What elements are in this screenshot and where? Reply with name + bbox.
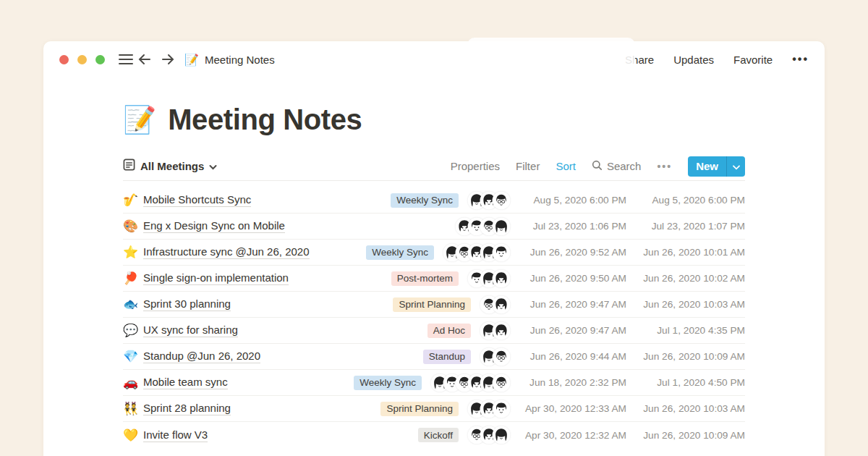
table-row: ⭐ Infrastructure sync @Jun 26, 2020 Week… bbox=[123, 240, 745, 266]
favorite-button[interactable]: Favorite bbox=[733, 54, 773, 66]
type-tag[interactable]: Weekly Sync bbox=[366, 245, 434, 260]
last-edited-date: Jul 1, 2020 4:50 PM bbox=[631, 377, 745, 388]
row-meta: Weekly Sync Aug 5, 2020 6:00 PM Aug 5, 2… bbox=[391, 193, 745, 208]
last-edited-date: Jul 1, 2020 4:35 PM bbox=[631, 325, 745, 336]
zoom-window-button[interactable] bbox=[95, 55, 105, 64]
arrow-right-icon bbox=[161, 54, 174, 65]
arrow-left-icon bbox=[138, 54, 151, 65]
new-dropdown-button[interactable] bbox=[726, 156, 745, 177]
row-page-icon: 🏓 bbox=[123, 272, 143, 284]
row-page-link[interactable]: Sprint 30 planning bbox=[143, 297, 231, 311]
search-label: Search bbox=[607, 160, 642, 172]
created-date: Apr 30, 2020 12:32 AM bbox=[516, 430, 626, 441]
row-page-link[interactable]: Invite flow V3 bbox=[143, 428, 208, 442]
view-switcher[interactable]: All Meetings bbox=[123, 159, 217, 174]
updates-button[interactable]: Updates bbox=[673, 54, 714, 66]
page-title: Meeting Notes bbox=[168, 104, 362, 136]
type-tag[interactable]: Sprint Planning bbox=[393, 297, 471, 312]
avatar bbox=[493, 245, 509, 261]
history-nav bbox=[135, 50, 177, 69]
view-name: All Meetings bbox=[140, 160, 204, 172]
title-cell: 👯 Sprint 28 planning bbox=[123, 402, 231, 415]
title-cell: ⭐ Infrastructure sync @Jun 26, 2020 bbox=[123, 245, 310, 259]
row-page-icon: 👯 bbox=[123, 402, 143, 415]
title-cell: 🐟 Sprint 30 planning bbox=[123, 297, 231, 311]
close-window-button[interactable] bbox=[59, 55, 69, 64]
search-icon bbox=[592, 160, 603, 173]
table-row: 👯 Sprint 28 planning Sprint Planning Apr… bbox=[123, 396, 745, 422]
title-cell: 🎨 Eng x Design Sync on Mobile bbox=[123, 219, 285, 233]
more-options-button[interactable]: ••• bbox=[792, 54, 809, 65]
row-meta: Jul 23, 2020 1:06 PM Jul 23, 2020 1:07 P… bbox=[446, 219, 745, 235]
title-cell: 🎷 Mobile Shortcuts Sync bbox=[123, 193, 251, 207]
participant-avatars bbox=[481, 297, 509, 313]
type-tag[interactable]: Ad Hoc bbox=[427, 324, 471, 338]
row-page-link[interactable]: Sprint 28 planning bbox=[143, 402, 231, 415]
participant-avatars bbox=[481, 323, 509, 339]
row-meta: Standup Jun 26, 2020 9:44 AM Jun 26, 202… bbox=[423, 349, 745, 365]
table-row: 💎 Standup @Jun 26, 2020 Standup Jun 26, … bbox=[123, 344, 745, 370]
row-meta: Sprint Planning Apr 30, 2020 12:33 AM Ju… bbox=[380, 401, 745, 417]
row-page-link[interactable]: UX sync for sharing bbox=[143, 324, 238, 337]
table-row: 🚗 Mobile team sync Weekly Sync Jun 18, 2… bbox=[123, 370, 745, 396]
table-view-icon bbox=[123, 159, 135, 174]
type-tag[interactable]: Standup bbox=[423, 350, 471, 364]
type-tag[interactable]: Post-mortem bbox=[391, 271, 459, 286]
type-tag[interactable]: Weekly Sync bbox=[354, 376, 422, 390]
participant-avatars bbox=[432, 375, 509, 391]
new-button[interactable]: New bbox=[688, 156, 726, 177]
row-page-link[interactable]: Standup @Jun 26, 2020 bbox=[143, 350, 260, 363]
avatar bbox=[493, 219, 509, 235]
last-edited-date: Jul 23, 2020 1:07 PM bbox=[631, 221, 745, 232]
minimize-window-button[interactable] bbox=[77, 55, 87, 64]
last-edited-date: Jun 26, 2020 10:03 AM bbox=[631, 299, 745, 310]
avatar bbox=[493, 375, 509, 391]
type-tag[interactable]: Weekly Sync bbox=[391, 193, 459, 208]
created-date: Jun 26, 2020 9:50 AM bbox=[516, 273, 626, 284]
row-page-link[interactable]: Single sign-on implementation bbox=[143, 271, 289, 285]
row-meta: Ad Hoc Jun 26, 2020 9:47 AM Jul 1, 2020 … bbox=[427, 323, 745, 339]
avatar bbox=[493, 401, 509, 417]
database-controls: Properties Filter Sort Search ••• New bbox=[451, 156, 745, 177]
title-cell: 🏓 Single sign-on implementation bbox=[123, 271, 289, 285]
page-icon[interactable]: 📝 bbox=[123, 106, 156, 133]
participant-avatars bbox=[456, 219, 509, 235]
participant-avatars bbox=[469, 401, 509, 417]
created-date: Jun 26, 2020 9:44 AM bbox=[516, 351, 626, 362]
row-page-link[interactable]: Infrastructure sync @Jun 26, 2020 bbox=[143, 245, 310, 259]
row-page-link[interactable]: Mobile Shortcuts Sync bbox=[143, 193, 251, 207]
table-row: 🐟 Sprint 30 planning Sprint Planning Jun… bbox=[123, 292, 745, 318]
traffic-lights bbox=[59, 55, 105, 64]
sidebar-menu-button[interactable] bbox=[116, 50, 135, 69]
row-page-icon: ⭐ bbox=[123, 246, 143, 258]
type-tag[interactable]: Kickoff bbox=[418, 428, 459, 442]
sort-button[interactable]: Sort bbox=[556, 160, 576, 172]
created-date: Apr 30, 2020 12:33 AM bbox=[516, 403, 626, 414]
chevron-down-icon bbox=[733, 160, 740, 173]
created-date: Jun 26, 2020 9:47 AM bbox=[516, 299, 626, 310]
avatar bbox=[493, 349, 509, 365]
page-header: 📝 Meeting Notes bbox=[123, 104, 745, 136]
avatar bbox=[493, 323, 509, 339]
properties-button[interactable]: Properties bbox=[451, 160, 500, 172]
title-cell: 💬 UX sync for sharing bbox=[123, 324, 238, 337]
row-page-link[interactable]: Eng x Design Sync on Mobile bbox=[143, 219, 285, 233]
row-meta: Weekly Sync Jun 26, 2020 9:52 AM Jun 26,… bbox=[366, 245, 745, 261]
created-date: Jun 18, 2020 2:32 PM bbox=[516, 377, 626, 388]
avatar bbox=[493, 297, 509, 313]
row-meta: Sprint Planning Jun 26, 2020 9:47 AM Jun… bbox=[393, 297, 745, 313]
participant-avatars bbox=[469, 193, 509, 208]
database-toolbar: All Meetings Properties Filter Sort Sear… bbox=[123, 152, 745, 181]
chevron-down-icon bbox=[209, 160, 217, 173]
hamburger-icon bbox=[119, 54, 133, 65]
view-more-button[interactable]: ••• bbox=[657, 161, 672, 172]
forward-button[interactable] bbox=[158, 50, 177, 69]
breadcrumb-page-title[interactable]: Meeting Notes bbox=[205, 54, 275, 66]
back-button[interactable] bbox=[135, 50, 154, 69]
filter-button[interactable]: Filter bbox=[516, 160, 540, 172]
last-edited-date: Jun 26, 2020 10:09 AM bbox=[631, 430, 745, 441]
row-page-link[interactable]: Mobile team sync bbox=[143, 376, 228, 389]
search-button[interactable]: Search bbox=[592, 160, 642, 173]
type-tag[interactable]: Sprint Planning bbox=[380, 402, 459, 416]
last-edited-date: Aug 5, 2020 6:00 PM bbox=[631, 195, 745, 206]
